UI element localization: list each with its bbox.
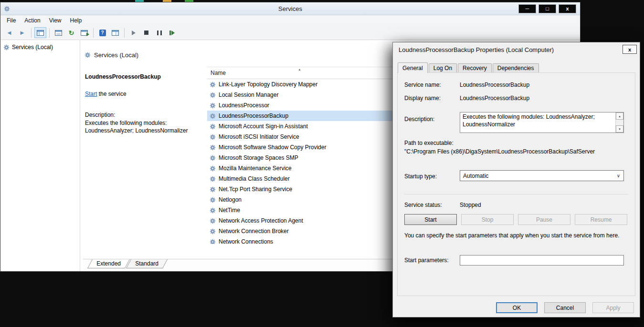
- service-gear-icon: [210, 176, 216, 182]
- service-gear-icon: [210, 186, 216, 193]
- service-row-label: Microsoft Software Shadow Copy Provider: [219, 144, 326, 151]
- properties-button[interactable]: [53, 27, 64, 38]
- stop-service-button[interactable]: [140, 27, 152, 38]
- description-input[interactable]: Executes the following modules: Loudness…: [460, 112, 624, 133]
- gear-icon: [210, 186, 216, 193]
- help-icon: ?: [99, 30, 106, 36]
- start-button[interactable]: Start: [404, 214, 457, 225]
- dialog-tab-dependencies[interactable]: Dependencies: [493, 63, 539, 72]
- service-gear-icon: [210, 239, 216, 245]
- pane-header: Services (Local): [84, 51, 138, 59]
- scroll-up-button[interactable]: ▲: [616, 112, 623, 120]
- services-node-icon: [3, 44, 10, 51]
- caption-buttons: ─ □ x: [518, 4, 576, 13]
- description-text: Executes the following modules: Loudness…: [85, 119, 202, 134]
- service-gear-icon: [210, 102, 216, 109]
- back-button[interactable]: ◄: [3, 27, 15, 38]
- pause-button[interactable]: Pause: [518, 214, 570, 225]
- service-status-label: Service status:: [404, 202, 460, 208]
- view-tab-label: Extended: [96, 260, 121, 267]
- dialog-tab-general[interactable]: General: [398, 62, 428, 73]
- cancel-button[interactable]: Cancel: [544, 302, 586, 313]
- dialog-tab-recovery[interactable]: Recovery: [458, 63, 492, 72]
- forward-button[interactable]: ►: [16, 27, 28, 38]
- minimize-button[interactable]: ─: [518, 4, 536, 13]
- pane-header-title: Services (Local): [94, 51, 138, 59]
- maximize-button[interactable]: □: [538, 4, 556, 13]
- service-name-value: LoudnessProcessorBackup: [460, 82, 529, 88]
- service-row-label: Network Connection Broker: [219, 228, 289, 235]
- service-gear-icon: [210, 165, 216, 172]
- view-tab-extended[interactable]: Extended: [87, 259, 130, 268]
- general-tab-page: Service name: LoudnessProcessorBackup Di…: [397, 72, 635, 296]
- export-list-button[interactable]: [78, 27, 90, 38]
- view-tab-label: Standard: [135, 260, 158, 267]
- path-to-executable-label: Path to executable:: [404, 140, 454, 146]
- description-input-text: Executes the following modules: Loudness…: [460, 112, 623, 129]
- tree-item-label: Services (Local): [12, 44, 53, 51]
- gear-icon: [210, 144, 216, 151]
- service-gear-icon: [210, 218, 216, 224]
- name-column-label: Name: [211, 70, 226, 76]
- menu-item-file[interactable]: File: [2, 16, 20, 25]
- sort-ascending-icon: ▲: [298, 68, 301, 71]
- service-row-label: Link-Layer Topology Discovery Mapper: [219, 81, 317, 88]
- close-button[interactable]: x: [559, 4, 576, 13]
- gear-icon: [210, 218, 216, 224]
- ok-button[interactable]: OK: [496, 302, 538, 313]
- gear-icon: [210, 134, 216, 140]
- service-row-label: Microsoft Storage Spaces SMP: [219, 154, 298, 161]
- combo-dropdown-icon: ∨: [617, 173, 623, 178]
- dialog-tab-log-on[interactable]: Log On: [429, 63, 457, 72]
- start-service-icon: [132, 31, 136, 35]
- view-tab-standard[interactable]: Standard: [126, 259, 168, 268]
- refresh-button[interactable]: ↻: [65, 27, 77, 38]
- show-console-tree-button[interactable]: [34, 27, 46, 38]
- menu-item-view[interactable]: View: [45, 16, 66, 25]
- startup-type-value: Automatic: [463, 173, 488, 179]
- service-row-label: LoudnessProcessor: [219, 102, 269, 109]
- forward-icon: ►: [19, 30, 25, 36]
- restart-service-button[interactable]: [166, 27, 178, 38]
- menu-item-help[interactable]: Help: [66, 16, 86, 25]
- dialog-close-button[interactable]: x: [623, 45, 637, 54]
- service-row-label: Mozilla Maintenance Service: [219, 165, 292, 172]
- start-service-link[interactable]: Start: [85, 91, 97, 97]
- tree-item-services-local[interactable]: Services (Local): [0, 43, 80, 51]
- stop-button[interactable]: Stop: [461, 214, 514, 225]
- dialog-title-bar[interactable]: LoudnessProcessorBackup Properties (Loca…: [393, 42, 640, 57]
- start-parameters-label: Start parameters:: [404, 257, 449, 264]
- service-status-value: Stopped: [460, 202, 481, 208]
- help-button[interactable]: ?: [96, 27, 108, 38]
- gear-icon: [210, 102, 216, 109]
- dialog-tabs: GeneralLog OnRecoveryDependencies: [398, 62, 540, 72]
- stop-service-icon: [144, 31, 148, 35]
- services-app-icon: [4, 6, 10, 12]
- service-row-label: Multimedia Class Scheduler: [219, 175, 290, 182]
- start-parameters-input[interactable]: [460, 255, 624, 266]
- service-row-label: Microsoft Account Sign-in Assistant: [219, 123, 308, 130]
- resume-button[interactable]: Resume: [575, 214, 627, 225]
- scroll-down-button[interactable]: ▼: [616, 125, 623, 133]
- gear-icon: [210, 207, 216, 214]
- description-scrollbar[interactable]: ▲ ▼: [615, 112, 623, 133]
- properties-icon: [55, 30, 62, 36]
- apply-button[interactable]: Apply: [592, 302, 634, 313]
- separator-line: [404, 194, 628, 194]
- extended-view-button[interactable]: [109, 27, 121, 38]
- gear-icon: [4, 6, 10, 12]
- pane-header-icon: [84, 52, 91, 58]
- console-tree-icon: [37, 30, 44, 36]
- properties-dialog: LoudnessProcessorBackup Properties (Loca…: [392, 42, 640, 317]
- pause-service-button[interactable]: [153, 27, 165, 38]
- service-control-buttons: Start Stop Pause Resume: [404, 214, 627, 225]
- toolbar-separator: [31, 28, 32, 38]
- service-row-label: Net.Tcp Port Sharing Service: [219, 186, 292, 193]
- startup-type-select[interactable]: Automatic ∨: [460, 170, 624, 181]
- title-bar[interactable]: Services ─ □ x: [0, 2, 580, 15]
- service-gear-icon: [210, 134, 216, 140]
- start-service-rest: the service: [97, 91, 126, 97]
- start-service-button[interactable]: [127, 27, 139, 38]
- gear-icon: [210, 197, 216, 203]
- menu-item-action[interactable]: Action: [20, 16, 44, 25]
